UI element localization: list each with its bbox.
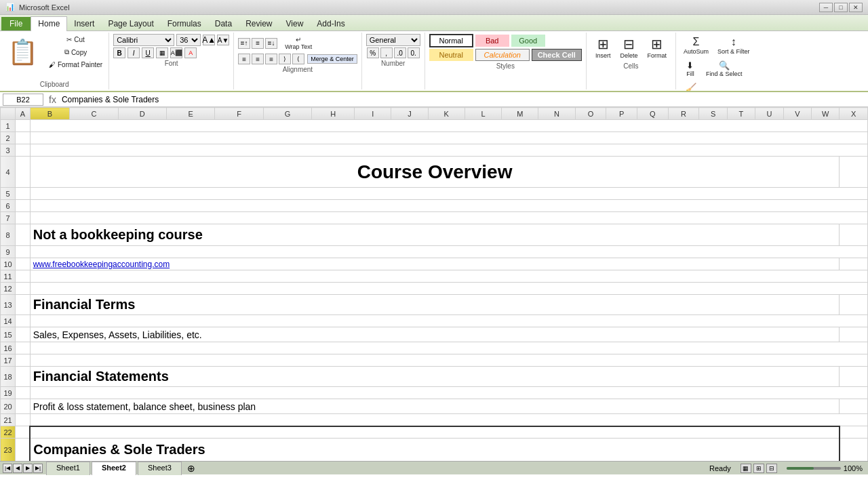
row-3-header[interactable]: 3 [1, 144, 16, 157]
link-text[interactable]: www.freebookkeepingaccounting.com [33, 260, 170, 269]
tab-file[interactable]: File [1, 17, 31, 30]
col-l-header[interactable]: L [465, 108, 501, 120]
cell-a18[interactable] [16, 367, 31, 387]
cell-b9[interactable] [30, 246, 867, 258]
align-center-button[interactable]: ≡ [252, 54, 264, 64]
col-g-header[interactable]: G [263, 108, 311, 120]
decrease-decimal-button[interactable]: 0. [408, 47, 420, 58]
row-19-header[interactable]: 19 [1, 387, 16, 399]
col-c-header[interactable]: C [70, 108, 118, 120]
cell-title[interactable]: Course Overview [30, 157, 840, 188]
title-bar-controls[interactable]: ─ □ ✕ [819, 3, 863, 12]
cell-b22-top[interactable] [30, 426, 840, 439]
cell-a22[interactable] [16, 426, 31, 439]
row-4-header[interactable]: 4 [1, 157, 16, 188]
row-12-header[interactable]: 12 [1, 283, 16, 295]
cell-b6[interactable] [30, 200, 867, 212]
cell-a20[interactable] [16, 399, 31, 414]
font-shrink-button[interactable]: A▼ [217, 35, 229, 45]
row-17-header[interactable]: 17 [1, 354, 16, 367]
cell-last-15[interactable] [840, 327, 868, 342]
cell-a7[interactable] [16, 212, 31, 224]
style-good[interactable]: Good [511, 35, 545, 47]
cell-a15[interactable] [16, 327, 31, 342]
page-break-button[interactable]: ⊟ [766, 464, 777, 473]
tab-add-ins[interactable]: Add-Ins [310, 17, 351, 30]
italic-button[interactable]: I [127, 47, 140, 58]
row-22-header[interactable]: 22 [1, 426, 16, 439]
align-right-button[interactable]: ≡ [265, 54, 277, 64]
col-w-header[interactable]: W [812, 108, 840, 120]
cell-b16[interactable] [30, 342, 867, 354]
cell-a1[interactable] [16, 120, 31, 132]
sheet-tab-sheet1[interactable]: Sheet1 [46, 462, 90, 475]
cell-b2[interactable] [30, 132, 867, 144]
row-11-header[interactable]: 11 [1, 270, 16, 283]
row-18-header[interactable]: 18 [1, 367, 16, 387]
comma-button[interactable]: , [380, 47, 393, 58]
tab-page-layout[interactable]: Page Layout [101, 17, 160, 30]
col-m-header[interactable]: M [502, 108, 538, 120]
sheet-nav-last[interactable]: ▶| [33, 464, 43, 473]
wrap-text-button[interactable]: ↵ Wrap Text [281, 34, 315, 52]
cell-b3[interactable] [30, 144, 867, 157]
delete-button[interactable]: ⊟ Delete [616, 34, 641, 61]
insert-button[interactable]: ⊞ Insert [592, 34, 614, 61]
col-h-header[interactable]: H [312, 108, 355, 120]
cell-financial-statements[interactable]: Financial Statements [30, 367, 840, 387]
cell-a23[interactable] [16, 439, 31, 462]
cell-a5[interactable] [16, 188, 31, 200]
align-middle-button[interactable]: ≡ [252, 38, 264, 49]
font-name-select[interactable]: Calibri [113, 34, 174, 46]
row-13-header[interactable]: 13 [1, 295, 16, 315]
fill-button[interactable]: ⬇ Fill [680, 58, 701, 79]
font-color-button[interactable]: A [184, 47, 197, 58]
cell-a21[interactable] [16, 414, 31, 426]
row-21-header[interactable]: 21 [1, 414, 16, 426]
col-p-header[interactable]: P [606, 108, 637, 120]
copy-button[interactable]: ⧉ Copy [45, 46, 106, 58]
autosum-button[interactable]: Σ AutoSum [680, 34, 712, 57]
cell-a10[interactable] [16, 258, 31, 270]
sheet-tab-sheet3[interactable]: Sheet3 [138, 462, 182, 475]
cell-a2[interactable] [16, 132, 31, 144]
col-a-header[interactable]: A [16, 108, 31, 120]
cell-a11[interactable] [16, 270, 31, 283]
cell-not-bookkeeping[interactable]: Not a bookkeeping course [30, 224, 840, 246]
normal-view-button[interactable]: ▦ [741, 464, 751, 473]
col-t-header[interactable]: T [727, 108, 755, 120]
cell-b5[interactable] [30, 188, 867, 200]
cell-a4[interactable] [16, 157, 31, 188]
paste-button[interactable]: 📋 [3, 34, 43, 70]
tab-formulas[interactable]: Formulas [161, 17, 208, 30]
col-r-header[interactable]: R [668, 108, 699, 120]
col-j-header[interactable]: J [391, 108, 428, 120]
find-select-button[interactable]: 🔍 Find & Select [703, 58, 746, 79]
cell-a17[interactable] [16, 354, 31, 367]
row-20-header[interactable]: 20 [1, 399, 16, 414]
tab-data[interactable]: Data [208, 17, 239, 30]
cell-b14[interactable] [30, 315, 867, 327]
cell-last-13[interactable] [840, 295, 868, 315]
cell-a13[interactable] [16, 295, 31, 315]
sheet-nav-prev[interactable]: ◀ [13, 464, 22, 473]
sort-filter-button[interactable]: ↕ Sort & Filter [714, 34, 753, 57]
row-8-header[interactable]: 8 [1, 224, 16, 246]
maximize-button[interactable]: □ [834, 3, 848, 12]
cell-a6[interactable] [16, 200, 31, 212]
cell-a16[interactable] [16, 342, 31, 354]
col-b-header[interactable]: B [30, 108, 70, 120]
col-s-header[interactable]: S [699, 108, 727, 120]
col-d-header[interactable]: D [118, 108, 166, 120]
row-5-header[interactable]: 5 [1, 188, 16, 200]
cell-financial-statements-sub[interactable]: Profit & loss statement, balance sheet, … [30, 399, 840, 414]
col-e-header[interactable]: E [167, 108, 215, 120]
page-layout-button[interactable]: ⊞ [753, 464, 764, 473]
minimize-button[interactable]: ─ [819, 3, 833, 12]
cell-b17[interactable] [30, 354, 867, 367]
tab-insert[interactable]: Insert [67, 17, 101, 30]
cell-b19[interactable] [30, 387, 867, 399]
tab-review[interactable]: Review [239, 17, 279, 30]
cell-b1[interactable] [30, 120, 867, 132]
font-size-select[interactable]: 36 [176, 34, 201, 46]
